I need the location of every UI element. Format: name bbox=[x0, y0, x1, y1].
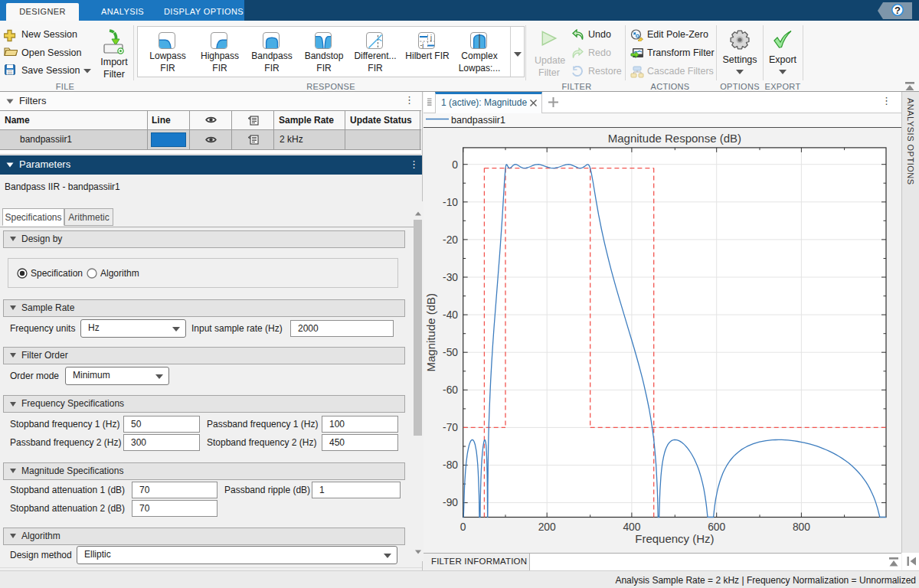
svg-text:200: 200 bbox=[538, 521, 556, 533]
svg-text:400: 400 bbox=[623, 521, 640, 533]
svg-text:-60: -60 bbox=[443, 384, 458, 396]
svg-text:0: 0 bbox=[460, 521, 466, 533]
svg-text:-80: -80 bbox=[443, 459, 458, 471]
svg-text:j: j bbox=[430, 33, 432, 41]
svg-text:Magnitude Response (dB): Magnitude Response (dB) bbox=[608, 132, 741, 145]
svg-text:600: 600 bbox=[708, 521, 725, 533]
svg-text:-40: -40 bbox=[443, 309, 458, 320]
svg-text:Frequency (Hz): Frequency (Hz) bbox=[635, 532, 714, 545]
svg-text:-j: -j bbox=[420, 41, 424, 49]
svg-text:800: 800 bbox=[793, 521, 810, 533]
svg-text:-70: -70 bbox=[443, 422, 458, 433]
svg-text:-50: -50 bbox=[443, 347, 458, 358]
svg-text:0: 0 bbox=[452, 158, 458, 170]
svg-text:?: ? bbox=[894, 5, 901, 16]
svg-text:-30: -30 bbox=[443, 271, 458, 283]
svg-text:-20: -20 bbox=[443, 234, 458, 245]
svg-text:-90: -90 bbox=[443, 497, 458, 508]
svg-text:-10: -10 bbox=[443, 196, 458, 207]
svg-text:Magnitude (dB): Magnitude (dB) bbox=[424, 292, 437, 371]
